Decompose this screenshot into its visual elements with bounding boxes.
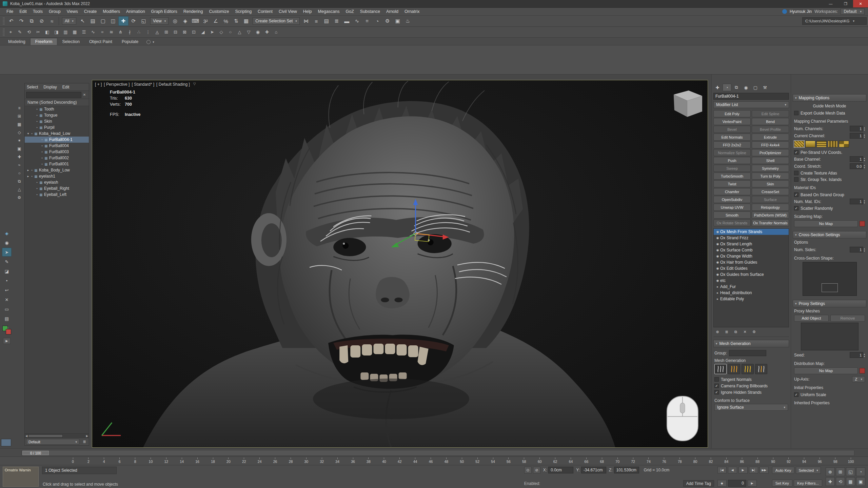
- modifier-button[interactable]: Sweep: [713, 165, 751, 172]
- play-button[interactable]: ▶: [738, 467, 748, 473]
- chevron-down-icon[interactable]: ▾: [153, 40, 154, 44]
- rectangular-selection-icon[interactable]: ▢: [98, 16, 108, 26]
- menu-item[interactable]: Substance: [357, 9, 383, 14]
- modifier-button[interactable]: Retopology: [752, 204, 789, 211]
- expand-arrow-icon[interactable]: ▸: [26, 175, 30, 178]
- point-tool-icon[interactable]: •: [2, 276, 12, 285]
- checkbox[interactable]: ✓: [714, 390, 719, 394]
- remove-button[interactable]: Remove: [830, 315, 865, 322]
- ribbon-tab[interactable]: Modeling: [3, 38, 30, 45]
- channel-preset-2-icon[interactable]: [805, 141, 815, 147]
- modifier-stack-item[interactable]: ◉ Ox Strand Frizz: [714, 235, 789, 241]
- utilities-tab-icon[interactable]: ⚒: [761, 84, 769, 91]
- stack-visibility-icon[interactable]: ▸: [715, 297, 720, 301]
- scene-object-row[interactable]: ● ▦ eyelash: [25, 179, 89, 185]
- time-slider[interactable]: 0 / 100: [22, 451, 49, 455]
- plugin-tool-7-icon[interactable]: ▥: [61, 28, 70, 37]
- modifier-stack-item[interactable]: ◉ Ox Guides from Surface: [714, 271, 789, 278]
- select-tool-icon[interactable]: ➤: [2, 248, 12, 257]
- user-avatar-icon[interactable]: [782, 9, 787, 14]
- z-coordinate-field[interactable]: 101.539cm: [614, 467, 639, 473]
- render-setup-icon[interactable]: ⚙: [382, 16, 393, 26]
- scroll-right-icon[interactable]: ▶: [86, 434, 88, 438]
- menu-item[interactable]: GoZ: [343, 9, 357, 14]
- menu-item[interactable]: Edit: [16, 9, 30, 14]
- unlink-selection-icon[interactable]: ⊘: [37, 16, 47, 26]
- plugin-tool-27-icon[interactable]: ▽: [244, 28, 253, 37]
- scene-explorer-menu-item[interactable]: Select: [27, 85, 38, 89]
- channel-preset-5-icon[interactable]: [839, 141, 849, 147]
- walk-through-icon[interactable]: ▦: [846, 477, 855, 486]
- checkbox[interactable]: [794, 111, 798, 115]
- menu-item[interactable]: Civil View: [276, 9, 300, 14]
- eraser-tool-icon[interactable]: ◪: [2, 267, 12, 276]
- num-sides-spinner[interactable]: 1▴▾: [850, 247, 865, 252]
- stack-visibility-icon[interactable]: ▸: [715, 291, 720, 294]
- plugin-tool-21-icon[interactable]: ⊡: [189, 28, 198, 37]
- mirror-icon[interactable]: ⋈: [301, 16, 311, 26]
- modifier-button[interactable]: CreaseSet: [752, 188, 789, 195]
- modify-tab-icon[interactable]: ◔: [723, 84, 731, 91]
- scene-object-row[interactable]: ● ▦ FurBall004: [25, 143, 89, 149]
- plugin-tool-18-icon[interactable]: ⊞: [162, 28, 171, 37]
- spinner-arrows-icon[interactable]: ▴▾: [864, 247, 865, 252]
- viewport-label-segment[interactable]: [ Default Shading ]: [156, 82, 190, 87]
- modifier-button[interactable]: Ox Transfer Normals: [752, 219, 789, 226]
- scroll-left-icon[interactable]: ◀: [25, 434, 27, 438]
- toolbar-grip[interactable]: [3, 28, 5, 36]
- motion-tab-icon[interactable]: ◉: [742, 84, 750, 91]
- visibility-dot-icon[interactable]: ●: [40, 139, 44, 141]
- brush-tool-icon[interactable]: ✎: [2, 257, 12, 266]
- signed-in-user[interactable]: Hyunsuk Jin: [790, 9, 812, 14]
- plugin-tool-10-icon[interactable]: ∿: [88, 28, 98, 37]
- scene-object-row[interactable]: ● ▦ FurBall003: [25, 149, 89, 155]
- explorer-preset-dropdown[interactable]: Default▾: [26, 439, 79, 445]
- menu-item[interactable]: Megascans: [315, 9, 343, 14]
- scene-object-row[interactable]: ● ▦ FurBall001: [25, 161, 89, 167]
- delete-tool-icon[interactable]: ✕: [2, 295, 12, 304]
- modifier-button[interactable]: VertexPaint: [713, 118, 751, 125]
- mesh-type-tubes-icon[interactable]: [728, 364, 740, 374]
- visibility-dot-icon[interactable]: ●: [35, 126, 39, 128]
- menu-item[interactable]: Tools: [30, 9, 46, 14]
- scene-explorer-menu-item[interactable]: Edit: [62, 85, 70, 89]
- modifier-button[interactable]: FFD 2x2x2: [713, 141, 751, 148]
- modifier-button[interactable]: Extrude: [752, 134, 789, 141]
- stack-visibility-icon[interactable]: ◉: [715, 261, 720, 264]
- hierarchy-tab-icon[interactable]: ⧉: [732, 84, 741, 91]
- x-coordinate-field[interactable]: 0.0cm: [548, 467, 573, 473]
- visibility-dot-icon[interactable]: ●: [30, 169, 34, 171]
- timeline-ruler[interactable]: 0246810121416182022242628303234363840424…: [0, 456, 868, 465]
- based-on-strand-group-checkbox-row[interactable]: ✓Based On Strand Group: [794, 191, 865, 198]
- scene-object-row[interactable]: ▸ ● ▦ eyelash1: [25, 173, 89, 179]
- checkbox[interactable]: [714, 377, 719, 382]
- select-and-move-icon[interactable]: ✚: [118, 16, 129, 26]
- modifier-stack-item[interactable]: ◉ Ox Hair from Guides: [714, 259, 789, 265]
- render-production-icon[interactable]: ♨: [403, 16, 413, 26]
- scene-object-row[interactable]: ▾ ● ▦ Koba_Head_Low: [25, 130, 89, 137]
- checkbox-row[interactable]: ✓ Camera Facing Billboards: [714, 383, 788, 389]
- make-unique-icon[interactable]: ⧉: [732, 329, 740, 335]
- snaps-toggle-icon[interactable]: 3²: [200, 16, 211, 26]
- modifier-button[interactable]: Skin: [752, 180, 789, 187]
- keyboard-override-icon[interactable]: ⌨: [190, 16, 200, 26]
- se-settings-icon[interactable]: ⚙: [16, 194, 23, 201]
- channel-preset-3-icon[interactable]: [816, 141, 827, 147]
- menu-item[interactable]: Customize: [206, 9, 232, 14]
- se-filter-xrefs-icon[interactable]: ⧉: [16, 178, 23, 185]
- schematic-view-icon[interactable]: ⌗: [362, 16, 372, 26]
- plugin-tool-3-icon[interactable]: ⟲: [24, 28, 34, 37]
- modifier-button[interactable]: Edit Spline: [752, 110, 789, 117]
- modifier-button[interactable]: Smooth: [713, 211, 751, 219]
- go-to-start-button[interactable]: |◀: [717, 467, 727, 473]
- menu-item[interactable]: Ornatrix: [401, 9, 422, 14]
- spinner-arrows-icon[interactable]: ▴▾: [864, 134, 865, 138]
- group-input[interactable]: [729, 350, 766, 356]
- sort-header[interactable]: Name (Sorted Descending): [25, 99, 89, 106]
- se-filter-shapes-icon[interactable]: ◇: [16, 129, 23, 136]
- toggle-ribbon-icon[interactable]: ▬: [342, 16, 352, 26]
- funnel-icon[interactable]: ▽: [193, 82, 196, 87]
- time-slider-track[interactable]: 0 / 100: [22, 450, 854, 456]
- scene-object-row[interactable]: ● ▦ Eyeball_Right: [25, 185, 89, 191]
- modifier-button[interactable]: Turn to Poly: [752, 172, 789, 180]
